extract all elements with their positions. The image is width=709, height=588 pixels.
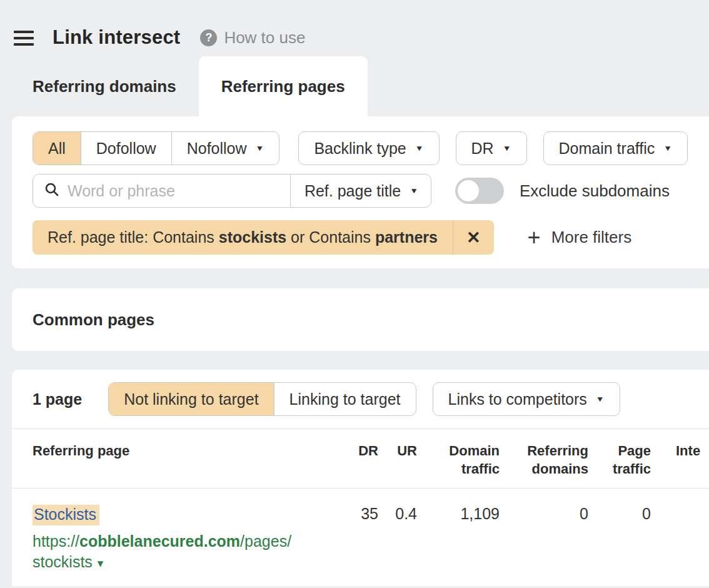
- referring-page-link[interactable]: Stockists: [33, 505, 99, 525]
- common-pages-section: Common pages: [12, 288, 709, 351]
- toggle-knob: [458, 180, 479, 201]
- chevron-down-icon: ▼: [256, 134, 264, 162]
- col-domain-traffic[interactable]: Domain traffic: [417, 442, 500, 478]
- url-scheme: https://: [33, 532, 79, 550]
- domain-traffic-value: 1,109: [417, 505, 500, 574]
- segment-nofollow[interactable]: Nofollow ▼: [171, 132, 279, 165]
- referring-page-url: https://cobblelanecured.com/pages/ stock…: [33, 531, 320, 574]
- referring-domains-value: 0: [500, 505, 588, 574]
- domain-traffic-label: Domain traffic: [559, 139, 655, 158]
- ur-value: 0.4: [378, 505, 417, 574]
- url-path-2: stockists: [33, 553, 93, 570]
- how-to-use-label[interactable]: How to use: [224, 28, 305, 48]
- segment-linking-to-target[interactable]: Linking to target: [274, 383, 416, 415]
- tab-bar: Referring domains Referring pages: [0, 56, 709, 116]
- result-count: 1 page: [33, 390, 82, 408]
- referring-page-cell: Stockists https://cobblelanecured.com/pa…: [33, 505, 342, 574]
- plus-icon: +: [528, 226, 541, 249]
- active-filter-text: Ref. page title: Contains stockists or C…: [33, 220, 453, 255]
- url-domain: cobblelanecured.com: [79, 532, 240, 550]
- search-group: Ref. page title ▼: [33, 174, 431, 208]
- backlink-type-dropdown[interactable]: Backlink type ▼: [298, 131, 439, 165]
- chevron-down-icon: ▼: [503, 144, 511, 153]
- link-intersect-page: Link intersect ? How to use Referring do…: [0, 0, 709, 588]
- tab-referring-pages[interactable]: Referring pages: [199, 56, 368, 116]
- chip-middle: or Contains: [286, 228, 375, 246]
- intersect-value: [651, 505, 709, 574]
- how-to-use-link[interactable]: ? How to use: [200, 28, 305, 48]
- segment-not-linking-to-target[interactable]: Not linking to target: [109, 383, 273, 415]
- close-icon[interactable]: ✕: [453, 220, 494, 255]
- domain-traffic-dropdown[interactable]: Domain traffic ▼: [543, 131, 688, 165]
- results-panel: 1 page Not linking to target Linking to …: [12, 370, 709, 586]
- results-toolbar: 1 page Not linking to target Linking to …: [12, 370, 709, 428]
- col-referring-page[interactable]: Referring page: [33, 442, 342, 478]
- search-scope-dropdown[interactable]: Ref. page title ▼: [290, 175, 431, 207]
- backlink-type-label: Backlink type: [314, 139, 406, 158]
- chip-prefix: Ref. page title: Contains: [48, 228, 219, 246]
- links-to-competitors-dropdown[interactable]: Links to competitors ▼: [433, 382, 620, 416]
- col-intersect[interactable]: Inte: [651, 442, 709, 478]
- more-filters-label: More filters: [551, 228, 632, 247]
- search-input[interactable]: [68, 182, 280, 200]
- app-header: Link intersect ? How to use: [0, 0, 709, 56]
- table-header-row: Referring page DR UR Domain traffic Refe…: [12, 429, 709, 488]
- col-dr[interactable]: DR: [342, 442, 378, 478]
- url-path: /pages/: [240, 532, 291, 550]
- chevron-down-icon: ▼: [415, 144, 424, 153]
- help-icon[interactable]: ?: [200, 29, 217, 46]
- chip-value-2: partners: [375, 228, 438, 246]
- filter-panel: All Dofollow Nofollow ▼ Backlink type ▼ …: [12, 116, 709, 268]
- exclude-subdomains-toggle[interactable]: [455, 178, 504, 204]
- col-page-traffic[interactable]: Page traffic: [588, 442, 651, 478]
- search-icon: [44, 182, 59, 200]
- hamburger-menu-icon[interactable]: [14, 31, 34, 46]
- search-field-area[interactable]: [33, 175, 290, 207]
- exclude-subdomains-label: Exclude subdomains: [520, 181, 670, 201]
- follow-segmented-control: All Dofollow Nofollow ▼: [33, 131, 279, 165]
- chevron-down-icon: ▼: [596, 395, 605, 403]
- active-filter-chip: Ref. page title: Contains stockists or C…: [33, 220, 494, 255]
- col-ur[interactable]: UR: [378, 442, 417, 478]
- page-title: Link intersect: [53, 26, 180, 49]
- segment-all[interactable]: All: [33, 132, 81, 165]
- url-caret-down-icon[interactable]: ▾: [98, 557, 104, 570]
- segment-nofollow-label: Nofollow: [187, 132, 247, 165]
- chevron-down-icon: ▼: [663, 144, 672, 153]
- segment-dofollow[interactable]: Dofollow: [81, 132, 171, 165]
- table-row: Stockists https://cobblelanecured.com/pa…: [12, 489, 709, 586]
- chevron-down-icon: ▼: [410, 186, 418, 195]
- tab-referring-domains[interactable]: Referring domains: [0, 56, 199, 116]
- dr-dropdown[interactable]: DR ▼: [456, 131, 527, 165]
- more-filters-button[interactable]: + More filters: [528, 226, 632, 249]
- search-scope-label: Ref. page title: [304, 182, 401, 200]
- col-referring-domains[interactable]: Referring domains: [500, 442, 588, 478]
- dr-label: DR: [471, 139, 494, 158]
- chip-value-1: stockists: [219, 228, 286, 246]
- common-pages-title: Common pages: [33, 310, 154, 330]
- page-traffic-value: 0: [588, 505, 651, 574]
- dr-value: 35: [342, 505, 378, 574]
- linking-segmented-control: Not linking to target Linking to target: [108, 382, 416, 416]
- links-to-competitors-label: Links to competitors: [448, 390, 587, 408]
